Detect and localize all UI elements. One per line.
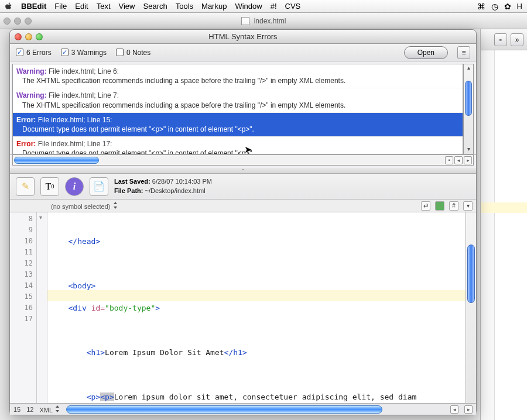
menu-text[interactable]: Text <box>97 2 111 11</box>
menubar-extra[interactable]: H <box>517 2 522 11</box>
menu-view[interactable]: View <box>119 2 135 11</box>
menu-tools[interactable]: Tools <box>176 2 193 11</box>
menu-app[interactable]: BBEdit <box>21 2 46 11</box>
status-col[interactable]: 12 <box>26 406 33 413</box>
includes-icon[interactable] <box>435 201 444 211</box>
scroll-thumb[interactable] <box>465 81 472 116</box>
message-body: Document type does not permit element "<… <box>16 125 459 134</box>
nav-prev-icon[interactable]: ▾ <box>463 201 473 211</box>
syntax-errors-window: HTML Syntax Errors 6 Errors 3 Warnings 0… <box>9 29 477 415</box>
hscroll-left-icon[interactable]: ◂ <box>454 156 463 164</box>
message-body: Document type does not permit element "<… <box>16 149 459 154</box>
message-kind: Error: <box>16 116 36 124</box>
editor-toolbar: ✎ T0 i 📄 Last Saved: 6/28/07 10:14:03 PM… <box>10 174 476 199</box>
checkbox-icon <box>116 49 124 56</box>
highlighted-line <box>47 290 466 301</box>
scroll-thumb[interactable] <box>467 245 475 303</box>
file-metadata: Last Saved: 6/28/07 10:14:03 PM File Pat… <box>114 177 212 195</box>
filter-warnings-label: 3 Warnings <box>71 49 107 57</box>
split-handle[interactable]: ⌃ <box>10 168 476 174</box>
message-kind: Warning: <box>16 67 47 75</box>
messages-hscrollbar[interactable]: • ◂ ▸ <box>12 155 474 166</box>
message-location: File index.html; Line 6: <box>49 67 119 75</box>
fold-gutter[interactable]: ▾ <box>37 212 47 403</box>
counterpart-icon[interactable]: ⇄ <box>421 201 430 211</box>
menu-window[interactable]: Window <box>235 2 262 11</box>
menu-file[interactable]: File <box>54 2 67 11</box>
filter-notes-label: 0 Notes <box>126 49 150 57</box>
bg-toolbar-button-2[interactable]: » <box>511 33 523 46</box>
message-location: File index.html; Line 15: <box>38 116 112 124</box>
symbol-popup[interactable]: (no symbol selected) <box>51 202 118 210</box>
checkbox-icon <box>61 49 69 56</box>
markers-icon[interactable]: # <box>449 201 458 211</box>
gear-menu-icon[interactable]: ✿ <box>504 2 511 11</box>
message-row[interactable]: Error: File index.html; Line 17: Documen… <box>13 137 463 154</box>
minimize-button[interactable] <box>25 33 32 40</box>
close-button[interactable] <box>15 33 22 40</box>
bg-toolbar-button-1[interactable]: ▫ <box>494 33 507 46</box>
editor-hscrollbar[interactable] <box>66 405 444 414</box>
status-bar: 15 12 XML ◂ ▸ <box>10 403 476 415</box>
scroll-thumb[interactable] <box>66 405 382 414</box>
messages-list[interactable]: Warning: File index.html; Line 6: The XH… <box>12 64 463 154</box>
last-saved-value: 6/28/07 10:14:03 PM <box>152 178 212 185</box>
status-lang[interactable]: XML <box>40 405 60 414</box>
panel-titlebar[interactable]: HTML Syntax Errors <box>10 30 476 44</box>
error-token: <p> <box>100 393 114 401</box>
message-row[interactable]: Warning: File index.html; Line 6: The XH… <box>13 64 463 88</box>
message-row-selected[interactable]: Error: File index.html; Line 15: Documen… <box>13 113 463 137</box>
message-body: The XHTML specification recommends inclu… <box>16 101 459 110</box>
info-icon[interactable]: i <box>65 177 84 196</box>
file-path-label: File Path: <box>114 187 143 194</box>
message-kind: Error: <box>16 140 36 148</box>
filter-notes[interactable]: 0 Notes <box>116 49 150 57</box>
status-line[interactable]: 15 <box>13 406 20 413</box>
line-gutter[interactable]: 891011121314151617 <box>10 212 37 403</box>
pencil-icon[interactable]: ✎ <box>16 177 35 196</box>
document-proxy-icon[interactable] <box>241 17 249 25</box>
last-saved-label: Last Saved: <box>114 178 150 185</box>
zoom-button[interactable] <box>36 33 43 40</box>
hscroll-right-icon[interactable]: ▸ <box>464 405 473 414</box>
doc-traffic-lights[interactable] <box>4 18 32 25</box>
code-editor[interactable]: 891011121314151617 ▾ </head> <body> <div… <box>10 212 476 403</box>
os-menubar: BBEdit File Edit Text View Search Tools … <box>0 0 527 13</box>
message-row[interactable]: Warning: File index.html; Line 7: The XH… <box>13 88 463 112</box>
hscroll-stop-icon[interactable]: • <box>445 156 453 164</box>
filter-warnings[interactable]: 3 Warnings <box>61 49 107 57</box>
message-location: File index.html; Line 7: <box>49 91 119 99</box>
open-button[interactable]: Open <box>404 46 448 59</box>
apple-menu-icon[interactable] <box>5 2 13 11</box>
menu-markup[interactable]: Markup <box>201 2 227 11</box>
message-body: The XHTML specification recommends inclu… <box>16 76 459 85</box>
editor-vscrollbar[interactable] <box>466 212 476 403</box>
file-path-value: ~/Desktop/index.html <box>145 187 206 194</box>
scroll-down-icon[interactable]: ▾ <box>467 146 470 154</box>
messages-vscrollbar[interactable]: ▴ ▾ <box>463 64 474 154</box>
hscroll-left-icon[interactable]: ◂ <box>450 405 458 414</box>
filter-errors[interactable]: 6 Errors <box>16 49 52 57</box>
menu-cvs[interactable]: CVS <box>285 2 301 11</box>
fold-marker-icon[interactable]: ▾ <box>39 214 42 221</box>
scripts-menu-icon[interactable]: ⌘ <box>477 2 485 11</box>
document-type-icon[interactable]: 📄 <box>90 177 108 196</box>
filter-errors-label: 6 Errors <box>26 49 52 57</box>
menu-shebang[interactable]: #! <box>271 2 277 11</box>
background-editor-window: ▫ » <box>480 29 527 420</box>
hscroll-right-icon[interactable]: ▸ <box>464 156 472 164</box>
menu-search[interactable]: Search <box>143 2 167 11</box>
popup-arrows-icon <box>54 405 60 412</box>
clock-menu-icon[interactable]: ◷ <box>491 2 498 11</box>
text-options-icon[interactable]: T0 <box>40 177 59 196</box>
checkbox-icon <box>16 49 23 56</box>
filter-toolbar: 6 Errors 3 Warnings 0 Notes Open ≡ <box>10 44 476 61</box>
scroll-thumb[interactable] <box>14 157 99 164</box>
scroll-up-icon[interactable]: ▴ <box>467 64 470 73</box>
menu-edit[interactable]: Edit <box>75 2 88 11</box>
editor-navbar: (no symbol selected) ⇄ # ▾ <box>10 199 476 212</box>
document-title: index.html <box>254 17 286 25</box>
list-options-icon[interactable]: ≡ <box>457 46 470 59</box>
code-text[interactable]: </head> <body> <div id="body-type"> <h1>… <box>47 212 466 403</box>
message-kind: Warning: <box>16 91 47 99</box>
